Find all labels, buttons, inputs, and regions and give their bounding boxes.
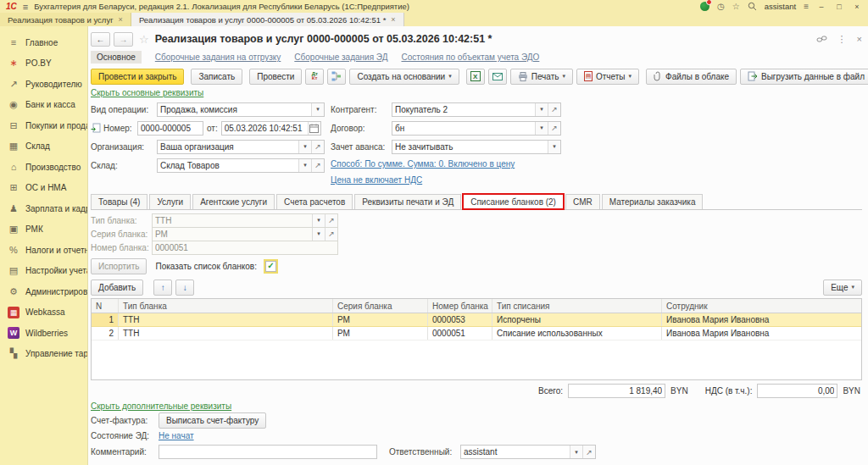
back-button[interactable]: ← bbox=[91, 32, 110, 47]
sidebar-item-production[interactable]: ⌂Производство bbox=[0, 157, 87, 178]
show-postings-button[interactable]: ДтКт bbox=[305, 69, 324, 85]
col-employee[interactable]: Сотрудник bbox=[662, 299, 861, 313]
advance-input[interactable] bbox=[392, 141, 548, 153]
chevron-down-icon[interactable]: ▾ bbox=[548, 141, 560, 153]
warehouse-input[interactable] bbox=[158, 159, 298, 172]
col-blank-number[interactable]: Номер бланка bbox=[428, 299, 492, 313]
close-tab-icon[interactable]: × bbox=[119, 15, 123, 24]
table-row[interactable]: 2 ТТН РМ 0000051 Списание использованных… bbox=[92, 327, 861, 340]
post-and-close-button[interactable]: Провести и закрыть bbox=[91, 69, 184, 85]
date-input[interactable] bbox=[222, 122, 308, 135]
calendar-icon[interactable] bbox=[308, 122, 320, 135]
tab-services[interactable]: Услуги bbox=[149, 194, 191, 209]
post-button[interactable]: Провести bbox=[249, 69, 302, 85]
create-based-on-button[interactable]: Создать на основании▾ bbox=[349, 69, 459, 85]
open-item-icon[interactable]: ↗ bbox=[311, 159, 324, 172]
blank-type-select[interactable]: ▾ ↗ bbox=[152, 213, 338, 228]
sidebar-item-webkassa[interactable]: ▦Webkassa bbox=[0, 302, 87, 324]
main-menu-icon[interactable]: ≡ bbox=[23, 2, 28, 12]
hide-additional-attributes-link[interactable]: Скрыть дополнительные реквизиты bbox=[91, 401, 231, 412]
reports-button[interactable]: ▤Отчеты▾ bbox=[576, 69, 639, 85]
window-tab-list[interactable]: Реализация товаров и услуг × bbox=[0, 13, 131, 26]
close-tab-icon[interactable]: × bbox=[391, 15, 395, 24]
sidebar-item-purchases-sales[interactable]: ⊟Покупки и продажи bbox=[0, 115, 87, 136]
move-down-button[interactable]: ↓ bbox=[175, 280, 194, 296]
table-empty-area[interactable] bbox=[92, 340, 861, 379]
chevron-down-icon[interactable]: ▾ bbox=[570, 446, 582, 458]
counterparty-input[interactable] bbox=[392, 103, 535, 116]
window-tab-document[interactable]: Реализация товаров и услуг 0000-000005 о… bbox=[131, 13, 404, 26]
col-writeoff-type[interactable]: Тип списания bbox=[492, 299, 662, 313]
favorites-star-icon[interactable]: ☆ bbox=[732, 3, 740, 11]
method-link[interactable]: Способ: По сумме. Сумма: 0. Включено в ц… bbox=[331, 159, 515, 169]
tab-blank-writeoff[interactable]: Списание бланков (2) bbox=[463, 194, 564, 209]
open-item-icon[interactable]: ↗ bbox=[548, 103, 560, 116]
counterparty-select[interactable]: ▾ ↗ bbox=[392, 102, 561, 117]
date-field[interactable] bbox=[221, 121, 321, 136]
advance-select[interactable]: ▾ bbox=[392, 140, 561, 154]
blank-series-input[interactable] bbox=[153, 228, 312, 241]
organization-input[interactable] bbox=[158, 141, 298, 153]
tab-cmr[interactable]: CMR bbox=[565, 194, 600, 209]
history-icon[interactable]: ◷ bbox=[717, 3, 725, 11]
col-blank-series[interactable]: Серия бланка bbox=[333, 299, 428, 313]
operation-select[interactable]: ▾ bbox=[157, 102, 325, 117]
set-number-icon[interactable] bbox=[91, 123, 101, 133]
sidebar-item-warehouse[interactable]: ▦Склад bbox=[0, 136, 87, 158]
vat-price-link[interactable]: Цена не включает НДС bbox=[331, 175, 422, 185]
sidebar-item-bank-cash[interactable]: ◉Банк и касса bbox=[0, 95, 87, 116]
table-more-button[interactable]: Еще▾ bbox=[823, 280, 862, 296]
tab-agent-services[interactable]: Агентские услуги bbox=[192, 194, 275, 209]
sidebar-item-administration[interactable]: ⚙Администрирование bbox=[0, 281, 87, 302]
service-menu-icon[interactable]: ≡ bbox=[804, 3, 809, 11]
blank-number-input[interactable] bbox=[153, 241, 337, 254]
blank-series-select[interactable]: ▾ ↗ bbox=[152, 227, 338, 241]
number-input[interactable] bbox=[138, 122, 203, 135]
nav-main[interactable]: Основное bbox=[91, 51, 142, 64]
more-menu-icon[interactable]: ⋮ bbox=[837, 34, 847, 45]
excel-export-button[interactable]: X bbox=[466, 69, 485, 85]
cloud-files-button[interactable]: Файлы в облаке bbox=[646, 69, 737, 85]
chevron-down-icon[interactable]: ▾ bbox=[298, 141, 311, 153]
sidebar-item-fixed-assets[interactable]: ⊞ОС и НМА bbox=[0, 178, 87, 199]
open-item-icon[interactable]: ↗ bbox=[548, 122, 560, 135]
chevron-down-icon[interactable]: ▾ bbox=[298, 159, 311, 172]
organization-select[interactable]: ▾ ↗ bbox=[157, 140, 325, 154]
contract-input[interactable] bbox=[392, 122, 535, 135]
tab-accounts[interactable]: Счета расчетов bbox=[276, 194, 353, 209]
nav-assembly-shipment[interactable]: Сборочные задания на отгрузку bbox=[155, 53, 281, 62]
minimize-icon[interactable]: – bbox=[816, 3, 826, 11]
restore-icon[interactable]: □ bbox=[834, 3, 844, 11]
move-up-button[interactable]: ↑ bbox=[153, 280, 172, 296]
nav-assembly-ed[interactable]: Сборочные задания ЭД bbox=[294, 53, 387, 62]
table-row[interactable]: 1 ТТН РМ 0000053 Испорчены Иванова Мария… bbox=[92, 313, 861, 327]
blank-number-field[interactable] bbox=[152, 241, 338, 255]
close-window-icon[interactable]: × bbox=[852, 3, 862, 11]
favorite-star-icon[interactable]: ☆ bbox=[139, 33, 149, 46]
chevron-down-icon[interactable]: ▾ bbox=[311, 103, 324, 116]
sidebar-item-rmk[interactable]: ▣РМК bbox=[0, 219, 87, 241]
comment-field[interactable] bbox=[159, 445, 377, 459]
comment-input[interactable] bbox=[159, 446, 376, 458]
blank-type-input[interactable] bbox=[153, 214, 312, 227]
warehouse-select[interactable]: ▾ ↗ bbox=[157, 158, 325, 173]
send-email-button[interactable] bbox=[488, 69, 507, 85]
tab-customer-materials[interactable]: Материалы заказчика bbox=[602, 194, 704, 209]
chevron-down-icon[interactable]: ▾ bbox=[535, 122, 548, 135]
issue-invoice-button[interactable]: Выписать счет-фактуру bbox=[159, 412, 266, 429]
responsible-select[interactable]: ▾ ↗ bbox=[460, 445, 596, 459]
add-row-button[interactable]: Добавить bbox=[91, 280, 143, 296]
contract-select[interactable]: ▾ ↗ bbox=[392, 121, 561, 136]
open-item-icon[interactable]: ↗ bbox=[582, 446, 595, 458]
sidebar-item-taxes[interactable]: %Налоги и отчетность bbox=[0, 240, 87, 261]
operation-input[interactable] bbox=[158, 103, 311, 116]
responsible-input[interactable] bbox=[461, 446, 570, 458]
ed-state-link[interactable]: Не начат bbox=[159, 431, 194, 440]
sidebar-item-manager[interactable]: ↗Руководителю bbox=[0, 74, 87, 95]
forward-button[interactable]: → bbox=[114, 32, 133, 47]
col-n[interactable]: N bbox=[92, 299, 119, 313]
sidebar-item-salary-hr[interactable]: ♟Зарплата и кадры bbox=[0, 198, 87, 219]
export-data-button[interactable]: Выгрузить данные в файл bbox=[740, 69, 868, 85]
sidebar-item-accounting-settings[interactable]: ▤Настройки учета bbox=[0, 261, 87, 282]
col-blank-type[interactable]: Тип бланка bbox=[119, 299, 333, 313]
